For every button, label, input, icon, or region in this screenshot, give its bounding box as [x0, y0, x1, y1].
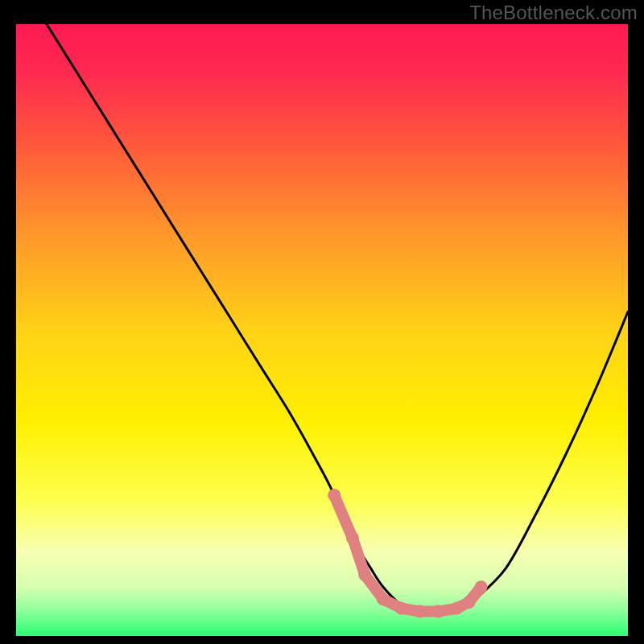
- highlight-dot: [358, 568, 371, 581]
- bottleneck-curve: [47, 24, 628, 612]
- highlight-dot: [450, 602, 463, 615]
- highlight-dot: [395, 602, 408, 615]
- highlight-dot: [328, 489, 341, 502]
- highlight-dot: [346, 531, 359, 544]
- highlight-dot: [475, 580, 488, 593]
- highlight-dot: [414, 605, 427, 618]
- stage: TheBottleneck.com: [0, 0, 644, 644]
- highlight-markers: [328, 489, 487, 617]
- highlight-dot: [377, 592, 390, 605]
- highlight-segment: [334, 495, 353, 538]
- highlight-dot: [431, 605, 444, 618]
- watermark-text: TheBottleneck.com: [469, 2, 638, 24]
- chart-svg: [16, 24, 628, 636]
- plot-area: [16, 24, 628, 636]
- highlight-dot: [462, 596, 475, 609]
